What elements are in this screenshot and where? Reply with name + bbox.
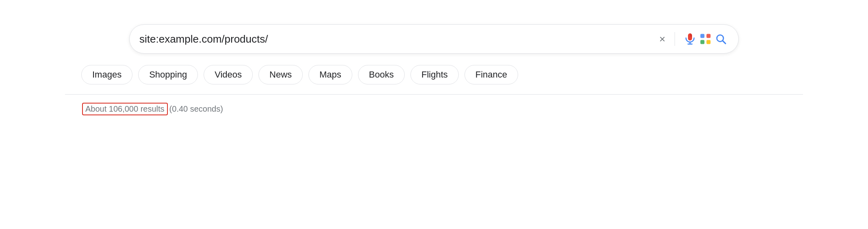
tab-videos[interactable]: Videos	[204, 65, 253, 84]
tab-images[interactable]: Images	[81, 65, 132, 84]
search-bar[interactable]: ×	[129, 24, 739, 54]
clear-button[interactable]: ×	[658, 32, 667, 46]
tab-shopping[interactable]: Shopping	[138, 65, 198, 84]
tab-finance[interactable]: Finance	[464, 65, 518, 84]
svg-rect-2	[701, 40, 705, 44]
search-icon	[715, 33, 727, 45]
tab-news[interactable]: News	[258, 65, 303, 84]
google-lens-icon	[699, 33, 712, 45]
section-divider	[65, 94, 803, 95]
search-button[interactable]	[713, 31, 729, 47]
search-bar-divider	[675, 32, 675, 46]
results-count: About 106,000 results	[82, 103, 168, 115]
search-input[interactable]	[139, 33, 658, 45]
svg-rect-0	[701, 34, 705, 38]
results-time: (0.40 seconds)	[169, 104, 223, 114]
google-lens-button[interactable]	[698, 31, 713, 47]
svg-rect-3	[707, 40, 711, 44]
results-row: About 106,000 results (0.40 seconds)	[82, 103, 835, 115]
clear-icon: ×	[659, 34, 665, 44]
microphone-icon	[684, 33, 696, 45]
tab-flights[interactable]: Flights	[410, 65, 459, 84]
svg-rect-1	[707, 34, 711, 38]
microphone-button[interactable]	[682, 31, 698, 47]
svg-line-5	[723, 41, 725, 43]
tab-books[interactable]: Books	[358, 65, 405, 84]
filter-tabs: Images Shopping Videos News Maps Books F…	[81, 65, 835, 84]
tab-maps[interactable]: Maps	[308, 65, 352, 84]
